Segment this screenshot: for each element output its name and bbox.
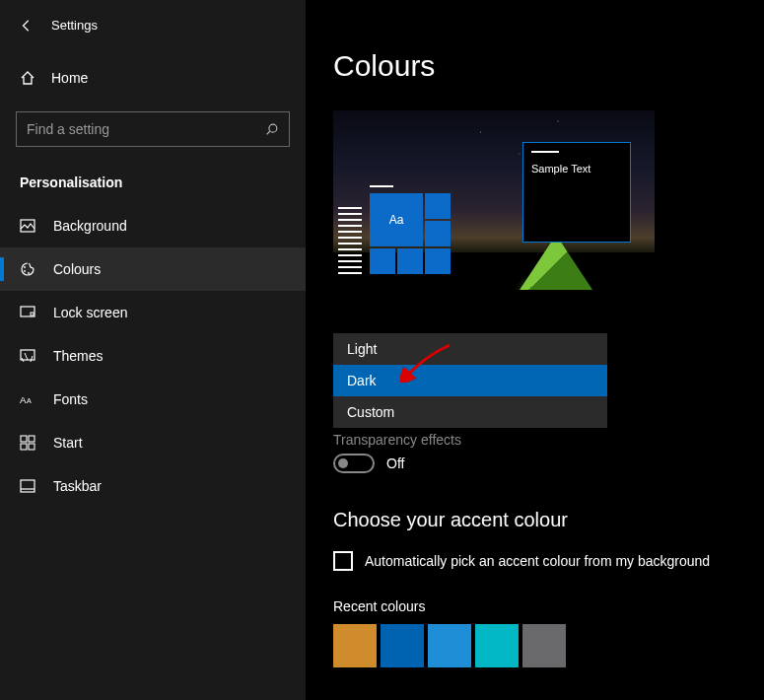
nav-label: Lock screen xyxy=(53,305,127,320)
svg-point-4 xyxy=(24,270,26,272)
preview-tiles: Aa xyxy=(370,193,451,274)
window-header: Settings xyxy=(0,10,306,40)
svg-rect-12 xyxy=(29,436,35,442)
svg-rect-7 xyxy=(31,313,34,315)
svg-line-1 xyxy=(267,131,270,134)
nav-label: Start xyxy=(53,435,83,451)
nav-label: Colours xyxy=(53,261,101,277)
colour-mode-dropdown[interactable]: Light Dark Custom xyxy=(333,333,607,428)
main-content: Colours Sample Text Aa Light xyxy=(306,0,764,700)
colour-swatch[interactable] xyxy=(475,624,519,667)
preview-systray xyxy=(338,207,362,274)
recent-colours-swatches xyxy=(333,624,736,667)
home-label: Home xyxy=(51,70,88,86)
auto-accent-label: Automatically pick an accent colour from… xyxy=(365,553,710,569)
nav-label: Themes xyxy=(53,348,104,364)
theme-preview: Sample Text Aa xyxy=(333,110,655,292)
svg-rect-11 xyxy=(21,436,27,442)
colour-swatch[interactable] xyxy=(381,624,424,667)
svg-rect-13 xyxy=(21,444,27,450)
nav-themes[interactable]: Themes xyxy=(0,334,306,378)
window-title: Settings xyxy=(51,18,98,33)
lockscreen-icon xyxy=(20,305,37,320)
preview-sample-text: Sample Text xyxy=(531,163,622,175)
sidebar: Settings Home Personalisation Background… xyxy=(0,0,306,700)
search-box[interactable] xyxy=(16,111,290,147)
transparency-state: Off xyxy=(386,455,404,471)
svg-rect-14 xyxy=(29,444,35,450)
image-icon xyxy=(20,218,37,234)
svg-rect-15 xyxy=(21,480,35,492)
nav-start[interactable]: Start xyxy=(0,421,306,464)
colour-swatch[interactable] xyxy=(333,624,377,667)
transparency-toggle[interactable] xyxy=(333,454,375,473)
search-input[interactable] xyxy=(27,121,265,137)
dropdown-option-dark[interactable]: Dark xyxy=(333,365,607,396)
svg-rect-8 xyxy=(21,350,35,360)
preview-tile-aa: Aa xyxy=(370,193,423,246)
search-icon xyxy=(265,122,279,136)
nav-colours[interactable]: Colours xyxy=(0,247,306,291)
transparency-toggle-row: Off xyxy=(333,454,736,473)
nav-lockscreen[interactable]: Lock screen xyxy=(0,291,306,334)
category-header: Personalisation xyxy=(0,161,306,204)
nav-label: Taskbar xyxy=(53,478,102,494)
auto-accent-row: Automatically pick an accent colour from… xyxy=(333,551,736,571)
preview-taskbar: Aa xyxy=(338,193,451,274)
svg-text:A: A xyxy=(20,394,27,405)
svg-point-5 xyxy=(28,272,30,274)
nav-label: Background xyxy=(53,218,127,234)
svg-point-3 xyxy=(24,266,26,268)
taskbar-icon xyxy=(20,478,37,494)
svg-point-0 xyxy=(269,124,277,132)
themes-icon xyxy=(20,348,37,364)
accent-section-title: Choose your accent colour xyxy=(333,509,736,531)
colour-swatch[interactable] xyxy=(428,624,471,667)
toggle-knob-icon xyxy=(338,458,348,468)
home-nav[interactable]: Home xyxy=(0,58,306,98)
dropdown-option-light[interactable]: Light xyxy=(333,333,607,365)
nav-fonts[interactable]: AA Fonts xyxy=(0,378,306,421)
dropdown-option-custom[interactable]: Custom xyxy=(333,396,607,428)
back-icon[interactable] xyxy=(20,19,34,33)
recent-colours-label: Recent colours xyxy=(333,598,736,614)
auto-accent-checkbox[interactable] xyxy=(333,551,353,571)
page-title: Colours xyxy=(333,49,736,83)
palette-icon xyxy=(20,261,37,277)
start-icon xyxy=(20,435,37,451)
nav-label: Fonts xyxy=(53,391,88,407)
preview-window: Sample Text xyxy=(522,142,631,243)
svg-text:A: A xyxy=(27,397,32,405)
colour-swatch[interactable] xyxy=(522,624,566,667)
fonts-icon: AA xyxy=(20,392,37,406)
preview-tent xyxy=(520,235,592,290)
home-icon xyxy=(20,70,35,86)
transparency-label: Transparency effects xyxy=(333,432,736,448)
nav-taskbar[interactable]: Taskbar xyxy=(0,464,306,508)
nav-background[interactable]: Background xyxy=(0,204,306,247)
preview-window-titlebar xyxy=(531,151,559,153)
